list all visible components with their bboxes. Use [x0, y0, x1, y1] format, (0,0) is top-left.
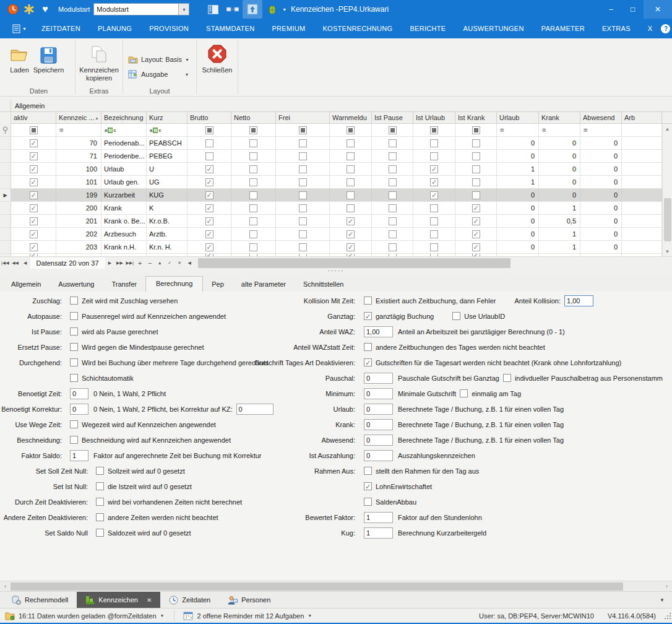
grid-cell-kennzeic[interactable]: 203	[56, 241, 101, 253]
grid-cell-kennzeic[interactable]: 200	[56, 202, 101, 214]
nav-prev-button[interactable]: ◀	[20, 258, 30, 269]
grid-cell-brutto[interactable]	[187, 150, 231, 162]
layout-basis-button[interactable]: Layout: Basis▼	[128, 55, 192, 64]
grid-checkbox[interactable]	[389, 152, 397, 160]
grid-checkbox[interactable]: ✓	[30, 178, 38, 186]
grid-cell-bezeichnung[interactable]: Periodenbe...	[101, 150, 147, 162]
filter-cell-ist-pause[interactable]	[372, 124, 413, 136]
grid-checkbox[interactable]: ✓	[347, 243, 355, 251]
grid-cell-ist-urlaub[interactable]	[413, 202, 455, 214]
grid-checkbox[interactable]: ✓	[430, 178, 438, 186]
asterisk-icon[interactable]	[21, 0, 37, 19]
filter-cell-warnmeldu[interactable]	[330, 124, 372, 136]
column-header-arb[interactable]: Arb	[622, 112, 662, 123]
grid-checkbox[interactable]	[430, 243, 438, 251]
filter-cell-ist-urlaub[interactable]	[413, 124, 455, 136]
grid-cell-netto[interactable]	[231, 137, 276, 149]
grid-checkbox[interactable]	[299, 204, 307, 212]
grid-checkbox[interactable]: ✓	[430, 165, 438, 173]
tab-allgemein[interactable]: Allgemein	[2, 277, 50, 292]
grid-cell-warnmeldu[interactable]	[330, 137, 372, 149]
clock-icon[interactable]	[5, 0, 21, 19]
grid-checkbox[interactable]: ✓	[347, 217, 355, 225]
grid-cell-ist-krank[interactable]: ✓	[455, 241, 497, 253]
hscrollbar-thumb[interactable]	[198, 258, 510, 268]
grid-cell-kurz[interactable]: KUG	[147, 189, 187, 201]
grid-checkbox[interactable]	[472, 178, 480, 186]
grid-cell-kurz[interactable]: K	[147, 202, 187, 214]
checkbox[interactable]	[364, 297, 372, 305]
mdi-tab-personen[interactable]: Personen	[219, 592, 279, 608]
grid-cell-frei[interactable]	[276, 189, 330, 201]
upload-icon[interactable]	[243, 0, 262, 19]
checkbox-filter-icon[interactable]	[472, 126, 480, 134]
grid-cell-kurz[interactable]: U	[147, 163, 187, 175]
column-header-netto[interactable]: Netto	[231, 112, 276, 123]
grid-checkbox[interactable]	[389, 230, 397, 238]
grid-cell-arb[interactable]	[622, 189, 662, 201]
grid-cell-abwesend[interactable]: 0	[580, 228, 622, 240]
filter-cell-frei[interactable]	[276, 124, 330, 136]
minimize-button[interactable]: –	[600, 0, 622, 19]
grid-checkbox[interactable]	[430, 139, 438, 147]
scrollbar-thumb[interactable]	[11, 583, 623, 591]
scroll-up-icon[interactable]: ▲	[663, 124, 672, 134]
grid-cell-kennzeic[interactable]: 70	[56, 137, 101, 149]
grid-cell-ist-pause[interactable]	[372, 189, 413, 201]
text-input[interactable]: 1	[364, 512, 393, 523]
grid-cell-ist-krank[interactable]: ✓	[455, 215, 497, 227]
grid-cell-bezeichnung[interactable]: Krank o. Be...	[101, 215, 147, 227]
grid-cell-ist-pause[interactable]	[372, 163, 413, 175]
grid-cell-ist-urlaub[interactable]	[413, 215, 455, 227]
menu-item-x[interactable]: X	[639, 25, 661, 32]
checkbox-filter-icon[interactable]	[30, 126, 38, 134]
tab-pep[interactable]: Pep	[203, 277, 233, 292]
grid-cell-abwesend[interactable]: 0	[580, 241, 622, 253]
checkbox-filter-icon[interactable]	[430, 126, 438, 134]
grid-checkbox[interactable]: ✓	[30, 191, 38, 199]
column-header-ist-urlaub[interactable]: Ist Urlaub	[413, 112, 455, 123]
grid-cell-kennzeic[interactable]: 100	[56, 163, 101, 175]
grid-cell-kurz[interactable]: PEBEG	[147, 150, 187, 162]
checkbox[interactable]	[452, 312, 460, 320]
grid-cell-abwesend[interactable]: 0	[580, 176, 622, 188]
grid-checkbox[interactable]	[299, 139, 307, 147]
resize-grip[interactable]	[663, 613, 671, 620]
checkbox[interactable]	[70, 343, 78, 351]
grid-cell-aktiv[interactable]: ✓	[11, 163, 56, 175]
grid-cell-arb[interactable]	[622, 241, 662, 253]
grid-checkbox[interactable]: ✓	[30, 217, 38, 225]
grid-cell-frei[interactable]	[276, 150, 330, 162]
checkbox[interactable]	[70, 420, 78, 428]
grid-checkbox[interactable]: ✓	[205, 204, 213, 212]
grid-checkbox[interactable]	[347, 191, 355, 199]
grid-row[interactable]: ✓202ArzbesuchArztb.✓✓✓010	[0, 228, 672, 241]
text-input[interactable]: 1,00	[364, 326, 393, 337]
grid-row[interactable]: ✓203Krank n.H.Kr.n. H.✓✓✓010	[0, 241, 672, 254]
nav-delete-button[interactable]: −	[145, 258, 155, 269]
grid-checkbox[interactable]	[299, 243, 307, 251]
text-input[interactable]: 0	[364, 435, 393, 446]
bug-icon[interactable]	[262, 0, 282, 19]
checkbox[interactable]	[70, 374, 78, 382]
grid-checkbox[interactable]	[389, 191, 397, 199]
grid-cell-brutto[interactable]: ✓	[187, 189, 231, 201]
grid-cell-bezeichnung[interactable]: Urlaub	[101, 163, 147, 175]
grid-cell-ist-urlaub[interactable]	[413, 228, 455, 240]
grid-cell-ist-urlaub[interactable]	[413, 137, 455, 149]
grid-cell-krank[interactable]: 0	[539, 150, 580, 162]
grid-checkbox[interactable]	[249, 139, 257, 147]
text-input[interactable]: 0	[364, 450, 393, 461]
ausgabe-button[interactable]: Ausgabe▼	[128, 70, 192, 79]
grid-cell-urlaub[interactable]: 0	[497, 241, 539, 253]
grid-checkbox[interactable]	[347, 139, 355, 147]
grid-checkbox[interactable]	[249, 217, 257, 225]
grid-cell-netto[interactable]	[231, 189, 276, 201]
grid-checkbox[interactable]	[389, 243, 397, 251]
grid-checkbox[interactable]: ✓	[205, 217, 213, 225]
grid-cell-ist-krank[interactable]	[455, 189, 497, 201]
laden-button[interactable]: Laden	[10, 40, 30, 87]
grid-cell-krank[interactable]: 0	[539, 176, 580, 188]
grid-checkbox[interactable]	[249, 191, 257, 199]
scroll-left-icon[interactable]: ‹	[0, 581, 11, 591]
